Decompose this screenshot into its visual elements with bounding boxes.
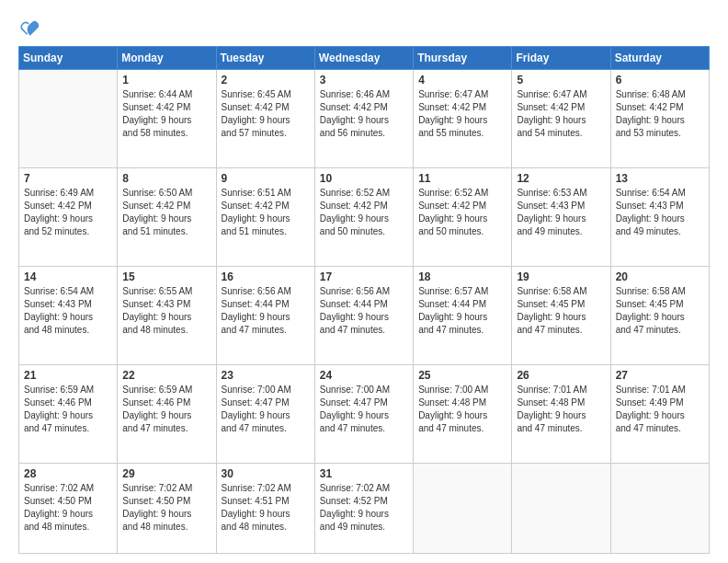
calendar-cell: 26Sunrise: 7:01 AM Sunset: 4:48 PM Dayli… (512, 364, 610, 463)
weekday-header-friday: Friday (512, 47, 610, 70)
calendar-cell: 3Sunrise: 6:46 AM Sunset: 4:42 PM Daylig… (314, 70, 413, 168)
day-number: 17 (320, 270, 408, 283)
calendar-cell: 9Sunrise: 6:51 AM Sunset: 4:42 PM Daylig… (216, 167, 314, 266)
day-number: 29 (122, 467, 210, 480)
day-info: Sunrise: 6:50 AM Sunset: 4:42 PM Dayligh… (122, 187, 210, 238)
day-info: Sunrise: 6:56 AM Sunset: 4:44 PM Dayligh… (222, 285, 310, 337)
day-number: 23 (222, 369, 310, 382)
calendar-cell: 30Sunrise: 7:02 AM Sunset: 4:51 PM Dayli… (216, 463, 314, 553)
week-row-2: 7Sunrise: 6:49 AM Sunset: 4:42 PM Daylig… (19, 167, 710, 266)
day-info: Sunrise: 7:01 AM Sunset: 4:48 PM Dayligh… (517, 384, 605, 435)
day-number: 26 (517, 369, 605, 382)
day-info: Sunrise: 6:49 AM Sunset: 4:42 PM Dayligh… (24, 187, 112, 238)
day-number: 30 (222, 467, 310, 480)
calendar-cell: 11Sunrise: 6:52 AM Sunset: 4:42 PM Dayli… (414, 167, 512, 266)
day-info: Sunrise: 6:47 AM Sunset: 4:42 PM Dayligh… (517, 88, 605, 140)
calendar-cell: 29Sunrise: 7:02 AM Sunset: 4:50 PM Dayli… (118, 463, 216, 553)
day-number: 31 (320, 467, 408, 480)
day-info: Sunrise: 6:48 AM Sunset: 4:42 PM Dayligh… (616, 88, 704, 140)
calendar-cell: 23Sunrise: 7:00 AM Sunset: 4:47 PM Dayli… (216, 364, 314, 463)
week-row-3: 14Sunrise: 6:54 AM Sunset: 4:43 PM Dayli… (19, 266, 710, 364)
day-info: Sunrise: 6:53 AM Sunset: 4:43 PM Dayligh… (517, 187, 605, 238)
day-info: Sunrise: 6:52 AM Sunset: 4:42 PM Dayligh… (418, 187, 506, 238)
day-number: 15 (122, 270, 210, 283)
day-number: 19 (517, 270, 605, 283)
calendar-cell: 6Sunrise: 6:48 AM Sunset: 4:42 PM Daylig… (610, 70, 709, 168)
weekday-header-thursday: Thursday (414, 47, 512, 70)
calendar-cell: 31Sunrise: 7:02 AM Sunset: 4:52 PM Dayli… (314, 463, 413, 553)
day-info: Sunrise: 7:00 AM Sunset: 4:47 PM Dayligh… (320, 384, 408, 435)
calendar-cell: 18Sunrise: 6:57 AM Sunset: 4:44 PM Dayli… (414, 266, 512, 364)
day-info: Sunrise: 7:02 AM Sunset: 4:52 PM Dayligh… (320, 482, 408, 534)
calendar-cell: 1Sunrise: 6:44 AM Sunset: 4:42 PM Daylig… (118, 70, 216, 168)
calendar-cell: 25Sunrise: 7:00 AM Sunset: 4:48 PM Dayli… (414, 364, 512, 463)
day-info: Sunrise: 6:44 AM Sunset: 4:42 PM Dayligh… (122, 88, 210, 140)
day-info: Sunrise: 7:02 AM Sunset: 4:51 PM Dayligh… (222, 482, 310, 534)
weekday-header-tuesday: Tuesday (216, 47, 314, 70)
calendar-cell: 17Sunrise: 6:56 AM Sunset: 4:44 PM Dayli… (314, 266, 413, 364)
day-number: 21 (24, 369, 112, 382)
calendar-cell (414, 463, 512, 553)
day-number: 18 (418, 270, 506, 283)
day-number: 25 (418, 369, 506, 382)
calendar-cell: 22Sunrise: 6:59 AM Sunset: 4:46 PM Dayli… (118, 364, 216, 463)
day-info: Sunrise: 6:46 AM Sunset: 4:42 PM Dayligh… (320, 88, 408, 140)
page: SundayMondayTuesdayWednesdayThursdayFrid… (0, 0, 728, 563)
day-info: Sunrise: 6:54 AM Sunset: 4:43 PM Dayligh… (616, 187, 704, 238)
calendar-cell: 8Sunrise: 6:50 AM Sunset: 4:42 PM Daylig… (118, 167, 216, 266)
weekday-header-saturday: Saturday (610, 47, 709, 70)
day-number: 11 (418, 172, 506, 185)
calendar-cell: 28Sunrise: 7:02 AM Sunset: 4:50 PM Dayli… (19, 463, 118, 553)
day-number: 8 (122, 172, 210, 185)
day-number: 6 (616, 74, 704, 86)
calendar-cell: 7Sunrise: 6:49 AM Sunset: 4:42 PM Daylig… (19, 167, 118, 266)
day-number: 13 (616, 172, 704, 185)
calendar-cell (512, 463, 610, 553)
day-info: Sunrise: 6:58 AM Sunset: 4:45 PM Dayligh… (616, 285, 704, 337)
calendar-cell: 20Sunrise: 6:58 AM Sunset: 4:45 PM Dayli… (610, 266, 709, 364)
calendar-table: SundayMondayTuesdayWednesdayThursdayFrid… (18, 46, 710, 554)
calendar-cell (19, 70, 118, 168)
day-info: Sunrise: 6:55 AM Sunset: 4:43 PM Dayligh… (122, 285, 210, 337)
day-info: Sunrise: 6:54 AM Sunset: 4:43 PM Dayligh… (24, 285, 112, 337)
calendar-cell: 12Sunrise: 6:53 AM Sunset: 4:43 PM Dayli… (512, 167, 610, 266)
day-info: Sunrise: 6:59 AM Sunset: 4:46 PM Dayligh… (122, 384, 210, 435)
week-row-4: 21Sunrise: 6:59 AM Sunset: 4:46 PM Dayli… (19, 364, 710, 463)
calendar-cell: 21Sunrise: 6:59 AM Sunset: 4:46 PM Dayli… (19, 364, 118, 463)
day-info: Sunrise: 6:57 AM Sunset: 4:44 PM Dayligh… (418, 285, 506, 337)
logo-icon (18, 17, 40, 39)
week-row-5: 28Sunrise: 7:02 AM Sunset: 4:50 PM Dayli… (19, 463, 710, 553)
day-info: Sunrise: 6:59 AM Sunset: 4:46 PM Dayligh… (24, 384, 112, 435)
calendar-cell: 16Sunrise: 6:56 AM Sunset: 4:44 PM Dayli… (216, 266, 314, 364)
day-number: 5 (517, 74, 605, 86)
day-number: 20 (616, 270, 704, 283)
day-number: 27 (616, 369, 704, 382)
weekday-header-sunday: Sunday (19, 47, 118, 70)
calendar-cell: 24Sunrise: 7:00 AM Sunset: 4:47 PM Dayli… (314, 364, 413, 463)
day-number: 22 (122, 369, 210, 382)
day-info: Sunrise: 7:02 AM Sunset: 4:50 PM Dayligh… (24, 482, 112, 534)
day-number: 7 (24, 172, 112, 185)
day-number: 24 (320, 369, 408, 382)
day-info: Sunrise: 7:02 AM Sunset: 4:50 PM Dayligh… (122, 482, 210, 534)
calendar-cell (610, 463, 709, 553)
calendar-cell: 15Sunrise: 6:55 AM Sunset: 4:43 PM Dayli… (118, 266, 216, 364)
logo (18, 17, 44, 39)
calendar-cell: 10Sunrise: 6:52 AM Sunset: 4:42 PM Dayli… (314, 167, 413, 266)
weekday-header-row: SundayMondayTuesdayWednesdayThursdayFrid… (19, 47, 710, 70)
calendar-cell: 14Sunrise: 6:54 AM Sunset: 4:43 PM Dayli… (19, 266, 118, 364)
weekday-header-wednesday: Wednesday (314, 47, 413, 70)
day-number: 2 (222, 74, 310, 86)
day-number: 4 (418, 74, 506, 86)
calendar-cell: 19Sunrise: 6:58 AM Sunset: 4:45 PM Dayli… (512, 266, 610, 364)
calendar-cell: 13Sunrise: 6:54 AM Sunset: 4:43 PM Dayli… (610, 167, 709, 266)
calendar-cell: 4Sunrise: 6:47 AM Sunset: 4:42 PM Daylig… (414, 70, 512, 168)
day-info: Sunrise: 6:56 AM Sunset: 4:44 PM Dayligh… (320, 285, 408, 337)
calendar-cell: 2Sunrise: 6:45 AM Sunset: 4:42 PM Daylig… (216, 70, 314, 168)
day-number: 9 (222, 172, 310, 185)
day-info: Sunrise: 7:00 AM Sunset: 4:47 PM Dayligh… (222, 384, 310, 435)
day-number: 16 (222, 270, 310, 283)
day-number: 28 (24, 467, 112, 480)
day-info: Sunrise: 6:58 AM Sunset: 4:45 PM Dayligh… (517, 285, 605, 337)
calendar-cell: 5Sunrise: 6:47 AM Sunset: 4:42 PM Daylig… (512, 70, 610, 168)
